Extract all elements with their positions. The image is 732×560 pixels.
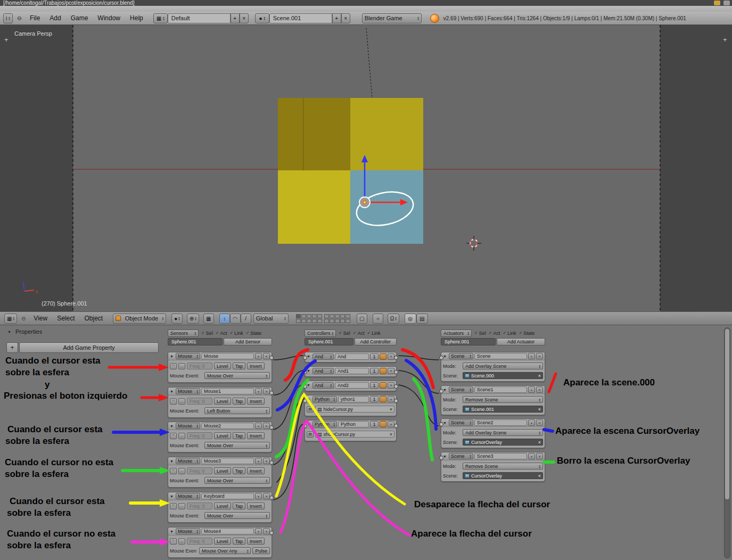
pin-icon[interactable]: •	[255, 493, 262, 499]
menu-window[interactable]: Window	[93, 14, 125, 22]
manipulator-translate-button[interactable]: ↕	[219, 314, 230, 324]
mode-dropdown[interactable]: Remove Scene▴▾	[463, 463, 543, 470]
pulse-false-button[interactable]: ...	[178, 398, 185, 405]
actuator-type-dropdown[interactable]: Scene▴▾	[449, 453, 473, 459]
editor-type-button-info[interactable]: i ▴▾	[3, 13, 13, 23]
delete-icon[interactable]: ×	[536, 453, 543, 459]
sensor-name-field[interactable]: Mouse	[201, 353, 254, 359]
sensors-filter-dropdown[interactable]: Sensors ▴▾	[168, 330, 199, 337]
clear-scene-icon[interactable]: ×	[538, 407, 541, 412]
sensors-toggle-sel[interactable]: ✓Sel	[201, 331, 213, 336]
level-button[interactable]: Level	[214, 538, 231, 545]
actuators-toggle-state[interactable]: ✓State	[519, 331, 535, 336]
sensor-name-field[interactable]: Keyboard	[201, 493, 254, 499]
actuator-type-dropdown[interactable]: Scene▴▾	[449, 353, 473, 359]
delete-icon[interactable]: ×	[388, 382, 394, 389]
actuators-filter-dropdown[interactable]: Actuators ▴▾	[441, 330, 472, 337]
state-grid-icon[interactable]	[380, 353, 386, 360]
screen-layout-add-button[interactable]: +	[231, 13, 240, 23]
actuator-name-field[interactable]: Scene3	[474, 453, 527, 459]
editor-type-button-3dview[interactable]: ▦ ▴▾	[4, 314, 17, 324]
invert-button[interactable]: Invert	[247, 398, 265, 405]
frequency-field[interactable]: Freq: 0	[187, 503, 212, 509]
state-index-field[interactable]: 1	[370, 382, 379, 389]
pin-icon[interactable]: •	[528, 419, 535, 426]
sensor-type-dropdown[interactable]: Mouse▴▾	[176, 388, 200, 394]
sensors-toggle-link[interactable]: ✓Link	[229, 331, 243, 336]
actuator-name-field[interactable]: Scene	[474, 353, 527, 359]
pin-icon[interactable]: •	[528, 453, 535, 459]
plane-mesh-quads[interactable]	[278, 98, 423, 244]
controllers-filter-dropdown[interactable]: Controllers ▴▾	[305, 330, 336, 337]
lock-to-scene-button[interactable]: ▢	[357, 314, 367, 324]
pin-icon[interactable]: •	[255, 458, 262, 464]
controller-type-dropdown[interactable]: And▴▾	[312, 382, 334, 389]
collapse-icon[interactable]: ▼	[307, 369, 311, 373]
mouse-event-dropdown[interactable]: Mouse Over▴▾	[204, 477, 270, 484]
scene-add-button[interactable]: +	[332, 13, 341, 23]
scene-browse-button[interactable]: ● ▴▾	[255, 13, 269, 23]
invert-button[interactable]: Invert	[247, 503, 265, 509]
collapse-icon[interactable]: ▼	[170, 355, 175, 358]
controllers-toggle-sel[interactable]: ✓Sel	[339, 331, 350, 336]
delete-icon[interactable]: ×	[388, 368, 394, 374]
layers-group-2[interactable]	[324, 314, 350, 323]
controller-name-field[interactable]: And2	[335, 382, 369, 389]
pulse-button[interactable]: Pulse	[252, 547, 270, 554]
menu-select[interactable]: Select	[52, 315, 79, 322]
scene-select-field[interactable]: CursorOverlay ×	[463, 472, 543, 479]
titlebar-icon-2[interactable]	[723, 1, 730, 5]
clear-script-icon[interactable]: ×	[390, 407, 392, 412]
script-browse-icon[interactable]: ▤	[307, 431, 314, 438]
mouse-event-dropdown[interactable]: Left Button▴▾	[204, 407, 270, 414]
pulse-false-button[interactable]: ...	[178, 363, 185, 369]
delete-icon[interactable]: ×	[263, 493, 270, 499]
pivot-align-toggle[interactable]: ▦	[203, 314, 214, 324]
pin-icon[interactable]: •	[255, 423, 262, 429]
pulse-true-button[interactable]: '''	[170, 398, 177, 405]
script-field[interactable]: ▤ showCursor.py ×	[315, 431, 394, 438]
properties-panel-header[interactable]: ▼ Properties	[7, 328, 42, 335]
invert-button[interactable]: Invert	[247, 363, 265, 369]
mouse-event-dropdown[interactable]: Mouse Over▴▾	[204, 372, 270, 379]
pin-icon[interactable]: •	[255, 528, 262, 534]
add-game-property-button[interactable]: Add Game Property	[19, 342, 159, 353]
pulse-true-button[interactable]: '''	[170, 538, 177, 545]
add-actuator-button[interactable]: Add Actuator	[497, 338, 545, 345]
collapse-icon[interactable]: ▼	[443, 388, 448, 392]
frequency-field[interactable]: Freq: 0	[187, 432, 212, 439]
collapse-icon[interactable]: ▼	[307, 383, 311, 387]
collapse-icon[interactable]: ▼	[443, 355, 448, 358]
collapse-icon[interactable]: ▼	[170, 459, 175, 463]
sensor-type-dropdown[interactable]: Mouse▴▾	[176, 493, 200, 499]
collapse-menus-icon[interactable]: ⊖	[17, 15, 22, 22]
viewport-shading-dropdown[interactable]: ● ▴▾	[171, 314, 183, 324]
collapse-icon[interactable]: ▼	[307, 355, 311, 358]
level-button[interactable]: Level	[214, 432, 231, 439]
sensors-toggle-act[interactable]: ✓Act	[216, 331, 227, 336]
tap-button[interactable]: Tap	[233, 398, 246, 405]
pin-icon[interactable]: •	[255, 353, 262, 359]
render-engine-dropdown[interactable]: Blender Game ▴▾	[362, 13, 422, 23]
state-index-field[interactable]: 1	[370, 368, 379, 374]
mode-dropdown[interactable]: Remove Scene▴▾	[463, 396, 543, 403]
scrollbar-thumb[interactable]	[725, 329, 729, 499]
manipulator-rotate-button[interactable]: ◠	[230, 314, 241, 324]
pulse-false-button[interactable]: ...	[178, 538, 185, 545]
mouse-event-dropdown[interactable]: Mouse Over▴▾	[204, 442, 270, 449]
delete-icon[interactable]: ×	[536, 386, 543, 393]
level-button[interactable]: Level	[214, 503, 231, 509]
tap-button[interactable]: Tap	[233, 503, 246, 509]
invert-button[interactable]: Invert	[247, 467, 265, 474]
add-controller-button[interactable]: Add Controller	[355, 338, 397, 345]
sphere-object[interactable]	[359, 197, 370, 208]
actuators-toggle-link[interactable]: ✓Link	[503, 331, 516, 336]
delete-icon[interactable]: ×	[263, 423, 270, 429]
actuator-type-dropdown[interactable]: Scene▴▾	[449, 419, 473, 426]
invert-button[interactable]: Invert	[247, 538, 265, 545]
clear-script-icon[interactable]: ×	[390, 432, 392, 437]
screen-layout-delete-button[interactable]: ×	[240, 13, 249, 23]
state-index-field[interactable]: 1	[370, 396, 379, 402]
delete-icon[interactable]: ×	[388, 396, 394, 402]
scene-select-field[interactable]: CursorOverlay ×	[463, 439, 543, 446]
